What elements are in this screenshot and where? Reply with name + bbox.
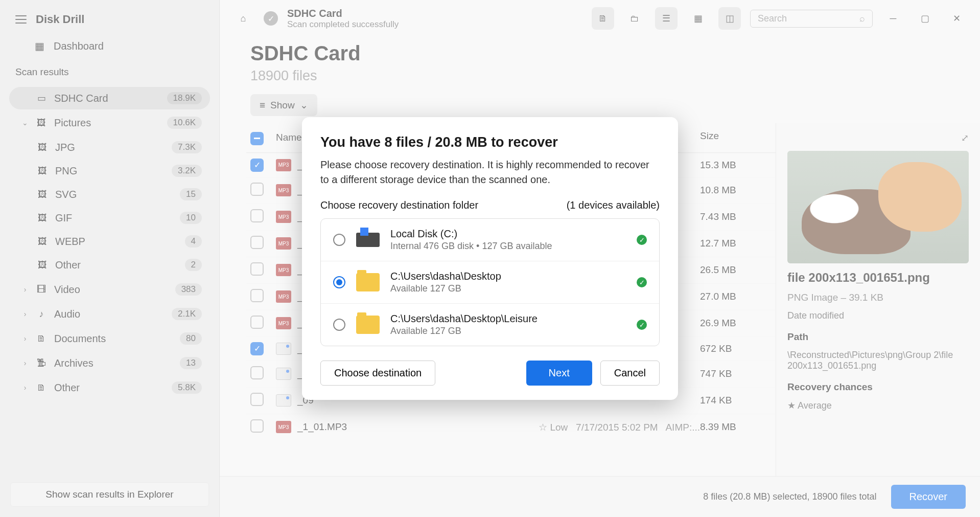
destination-title: C:\Users\dasha\Desktop (390, 271, 626, 282)
destination-radio[interactable] (333, 319, 345, 331)
destination-radio[interactable] (333, 234, 345, 246)
destination-radio[interactable] (333, 276, 345, 288)
modal-overlay: You have 8 files / 20.8 MB to recover Pl… (0, 0, 980, 517)
destination-subtitle: Internal 476 GB disk • 127 GB available (390, 241, 626, 252)
destination-title: C:\Users\dasha\Desktop\Leisure (390, 313, 626, 325)
destination-option[interactable]: C:\Users\dasha\Desktop Available 127 GB … (321, 261, 659, 303)
destination-subtitle: Available 127 GB (390, 326, 626, 336)
ok-check-icon: ✓ (637, 277, 647, 287)
recovery-destination-modal: You have 8 files / 20.8 MB to recover Pl… (302, 117, 678, 400)
destination-option[interactable]: C:\Users\dasha\Desktop\Leisure Available… (321, 303, 659, 346)
folder-icon (356, 316, 380, 334)
modal-title: You have 8 files / 20.8 MB to recover (320, 134, 660, 150)
destination-list: Local Disk (C:) Internal 476 GB disk • 1… (320, 218, 660, 346)
next-button[interactable]: Next (526, 361, 592, 386)
ok-check-icon: ✓ (637, 235, 647, 245)
devices-available-label: (1 devices available) (567, 199, 660, 211)
modal-description: Please choose recovery destination. It i… (320, 158, 660, 187)
ok-check-icon: ✓ (637, 320, 647, 330)
choose-folder-label: Choose recovery destination folder (320, 199, 478, 211)
destination-title: Local Disk (C:) (390, 228, 626, 240)
destination-option[interactable]: Local Disk (C:) Internal 476 GB disk • 1… (321, 219, 659, 261)
cancel-button[interactable]: Cancel (600, 361, 660, 386)
choose-destination-button[interactable]: Choose destination (320, 361, 435, 386)
disk-icon (356, 233, 380, 247)
folder-icon (356, 273, 380, 291)
destination-subtitle: Available 127 GB (390, 283, 626, 294)
